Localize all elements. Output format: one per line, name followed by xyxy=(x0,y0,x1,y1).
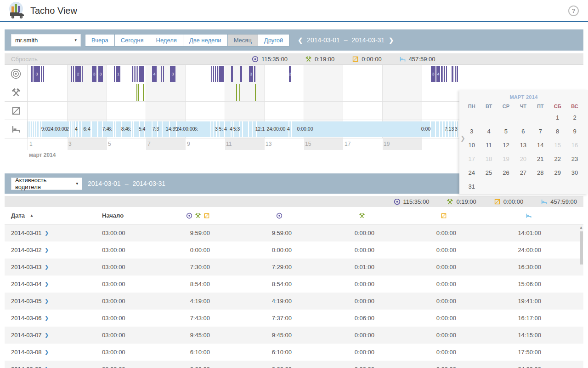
row-rest: 16:30:00 xyxy=(456,264,541,270)
calendar-day-21[interactable]: 21 xyxy=(532,152,549,166)
calendar-day-23[interactable]: 23 xyxy=(566,152,583,166)
scrollbar-thumb[interactable] xyxy=(580,231,583,264)
calendar-day-29[interactable]: 29 xyxy=(549,166,566,180)
report-date-separator: – xyxy=(125,180,129,187)
rest-duration-label: 6: xyxy=(194,126,198,132)
row-availability: 0:00:00 xyxy=(374,366,456,368)
table-row[interactable]: 2014-03-07❯03:00:009:45:009:45:000:00:00… xyxy=(5,327,583,344)
calendar-day-24[interactable]: 24 xyxy=(463,166,480,180)
axis-band xyxy=(68,138,107,150)
row-date: 2014-03-07❯ xyxy=(5,332,102,339)
table-row[interactable]: 2014-03-04❯03:00:008:54:008:54:000:00:00… xyxy=(5,276,583,293)
driving-bar xyxy=(219,66,224,82)
table-row[interactable]: 2014-03-09❯03:00:000:00:000:00:000:00:00… xyxy=(5,361,583,368)
table-row[interactable]: 2014-03-08❯03:00:006:10:006:10:000:00:00… xyxy=(5,344,583,361)
calendar-day-25[interactable]: 25 xyxy=(480,166,497,180)
driver-select[interactable]: mr.smith ▾ xyxy=(11,34,81,46)
calendar-day-4[interactable]: 4 xyxy=(480,125,497,138)
sort-asc-icon: ▲ xyxy=(30,213,34,218)
table-row[interactable]: 2014-03-03❯03:00:007:30:007:29:000:01:00… xyxy=(5,259,583,276)
calendar-day-12[interactable]: 12 xyxy=(498,138,514,152)
range-button-4[interactable]: Месяц xyxy=(227,34,258,46)
driving-bar: 4 xyxy=(152,66,157,82)
next-period-icon[interactable]: ❯ xyxy=(389,37,394,44)
row-expand-icon[interactable]: ❯ xyxy=(45,230,49,236)
driving-bar xyxy=(457,66,458,82)
table-row[interactable]: 2014-03-06❯03:00:007:43:007:37:000:06:00… xyxy=(5,310,583,327)
calendar-day-2[interactable]: 2 xyxy=(566,111,583,125)
rest-duration-label: 4 xyxy=(88,126,90,132)
work-icon xyxy=(305,56,312,63)
work-tick xyxy=(236,84,237,101)
row-availability: 0:00:00 xyxy=(374,315,456,322)
rest-bar-gap xyxy=(81,121,82,137)
range-button-3[interactable]: Две недели xyxy=(183,34,228,46)
calendar-day-1[interactable]: 1 xyxy=(549,111,566,125)
rest-icon xyxy=(541,198,548,205)
rest-icon xyxy=(399,56,406,63)
range-button-1[interactable]: Сегодня xyxy=(114,34,150,46)
scroll-up-icon[interactable]: ▲ xyxy=(579,225,583,230)
column-header-Начало[interactable]: Начало xyxy=(102,212,155,219)
calendar-day-28[interactable]: 28 xyxy=(532,166,549,180)
column-header-icons[interactable] xyxy=(374,213,456,219)
calendar-day-26[interactable]: 26 xyxy=(498,166,514,180)
rest-duration-label: 6: xyxy=(108,126,113,132)
rest-bar-gap xyxy=(133,121,134,137)
calendar-day-7[interactable]: 7 xyxy=(532,125,549,138)
driving-bar xyxy=(136,66,136,82)
row-rest: 24:00:00 xyxy=(456,366,541,368)
calendar-grid: ПНВТСРЧТПТСБВС12345678910111213141516171… xyxy=(463,102,583,194)
driving-bar xyxy=(455,66,456,82)
range-button-0[interactable]: Вчера xyxy=(85,34,115,46)
report-type-select[interactable]: Активность водителя ▾ xyxy=(11,178,82,190)
calendar-day-20: 20 xyxy=(514,152,531,166)
calendar-weekday: ВС xyxy=(566,102,583,111)
table-row[interactable]: 2014-03-05❯03:00:004:19:004:19:000:00:00… xyxy=(5,293,583,310)
calendar-day-10[interactable]: 10 xyxy=(463,138,480,152)
row-date: 2014-03-08❯ xyxy=(5,349,102,356)
calendar-day-3[interactable]: 3 xyxy=(463,125,480,138)
reset-button[interactable]: Сбросить xyxy=(5,56,38,63)
rest-bar-gap xyxy=(39,121,40,137)
row-expand-icon[interactable]: ❯ xyxy=(45,247,49,253)
table-row[interactable]: 2014-03-01❯03:00:009:59:009:59:000:00:00… xyxy=(5,224,583,242)
column-header-icons[interactable] xyxy=(210,213,292,219)
calendar-day-6[interactable]: 6 xyxy=(514,125,531,138)
range-button-5[interactable]: Другой xyxy=(258,34,289,46)
range-button-2[interactable]: Неделя xyxy=(150,34,183,46)
calendar-day-14[interactable]: 14 xyxy=(532,138,549,152)
row-expand-icon[interactable]: ❯ xyxy=(45,350,49,355)
calendar-day-22[interactable]: 22 xyxy=(549,152,566,166)
calendar-day-9[interactable]: 9 xyxy=(566,125,583,138)
row-expand-icon[interactable]: ❯ xyxy=(45,299,49,304)
calendar-day-11[interactable]: 11 xyxy=(480,138,497,152)
table-scrollbar[interactable]: ▲ xyxy=(579,225,583,264)
column-header-icons[interactable] xyxy=(292,213,374,219)
row-expand-icon[interactable]: ❯ xyxy=(45,333,49,338)
report-date-start: 2014-03-01 xyxy=(88,180,121,187)
calendar-week-row: 17181920212223 xyxy=(463,152,583,166)
calendar-day-31[interactable]: 31 xyxy=(463,180,480,194)
table-header: Дата▲Начало xyxy=(5,207,583,224)
calendar-day-8[interactable]: 8 xyxy=(549,125,566,138)
row-availability: 0:00:00 xyxy=(374,349,456,356)
table-row[interactable]: 2014-03-02❯03:00:000:00:000:00:000:00:00… xyxy=(5,242,583,259)
prev-period-icon[interactable]: ❮ xyxy=(298,37,303,44)
calendar-day-16: 16 xyxy=(566,138,583,152)
column-header-icons[interactable] xyxy=(456,213,541,219)
column-header-icons[interactable] xyxy=(155,213,210,219)
calendar-day-5[interactable]: 5 xyxy=(498,125,514,138)
row-expand-icon[interactable]: ❯ xyxy=(45,316,49,321)
calendar-day-27[interactable]: 27 xyxy=(514,166,531,180)
calendar-week-row: 10111213141516 xyxy=(463,138,583,152)
row-expand-icon[interactable]: ❯ xyxy=(45,264,49,270)
row-date: 2014-03-06❯ xyxy=(5,315,102,322)
row-expand-icon[interactable]: ❯ xyxy=(45,282,49,287)
calendar-day-30[interactable]: 30 xyxy=(566,166,583,180)
calendar-week-row: 3456789 xyxy=(463,125,583,138)
driving-bar: 3 xyxy=(249,66,253,82)
help-icon[interactable]: ? xyxy=(568,6,579,16)
calendar-day-13[interactable]: 13 xyxy=(514,138,531,152)
column-header-Дата[interactable]: Дата▲ xyxy=(5,212,102,219)
